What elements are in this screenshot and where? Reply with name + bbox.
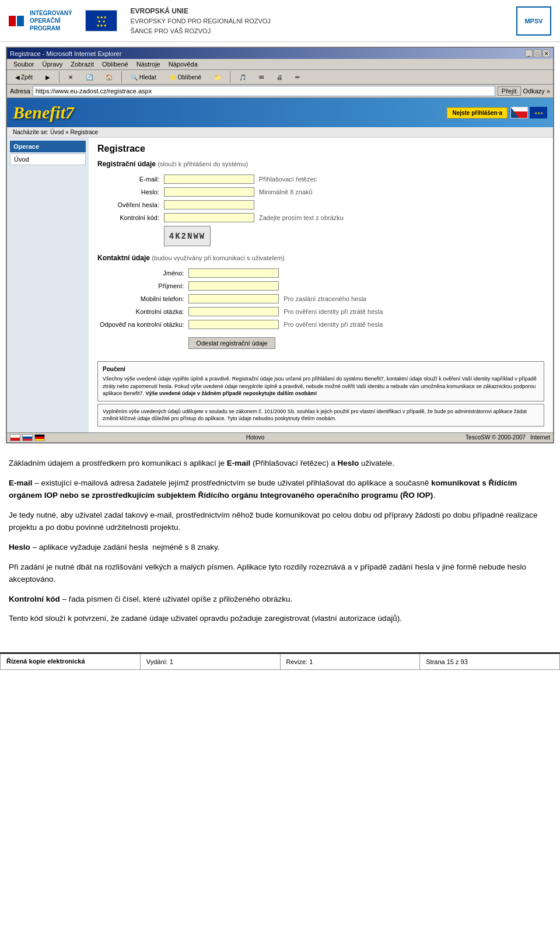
jmeno-input[interactable] [188,268,279,278]
email-input[interactable] [164,174,254,184]
menu-upravy[interactable]: Úpravy [38,60,66,68]
content-layout: Operace Úvod Registrace Registrační údaj… [7,138,553,432]
copyright-label: TescoSW © 2000-2007 [466,434,526,441]
heslo-input-cell [162,186,257,198]
iop-logo: INTEGROVANÝ OPERAČNÍ PROGRAM [9,9,72,32]
email-term2: E-mail [9,479,33,487]
minimize-button[interactable]: _ [525,50,533,57]
prijmeni-label: Příjmení: [97,280,186,292]
otazka-label: Kontrolní otázka: [97,305,186,318]
odpoved-input[interactable] [188,320,279,329]
browser-statusbar: Hotovo TescoSW © 2000-2007 Internet [7,432,553,442]
page-footer: Řízená kopie elektronická Vydání: 1 Revi… [0,652,560,670]
kontrolni-kod-term: Kontrolní kód [9,595,60,603]
footer-value-2: Vydání: 1 [146,658,173,665]
breadcrumb: Nacházíte se: Úvod » Registrace [7,127,553,138]
home-button[interactable]: 🏠 [100,72,118,82]
czech-flag[interactable] [10,434,20,441]
maximize-button[interactable]: □ [534,50,541,57]
page-title: Registrace [97,144,544,154]
benefit-logo: Benefit7 [13,103,74,123]
otazka-input[interactable] [188,307,279,316]
close-button[interactable]: ✕ [542,50,550,57]
heslo-input[interactable] [164,187,254,197]
submit-button[interactable]: Odeslat registrační údaje [188,337,275,349]
jmeno-label: Jméno: [97,267,186,280]
heslo-note: Minimálně 8 znaků [257,186,544,198]
browser-title: Registrace - Microsoft Internet Explorer [10,50,121,57]
media-button[interactable]: 🎵 [234,72,251,82]
body-paragraph-7: Tento kód slouží k potvrzení, že zadané … [9,612,551,625]
refresh-button[interactable]: 🔄 [80,72,98,82]
footer-label-1: Řízená kopie elektronická [6,658,134,665]
odpoved-note: Pro ověření identity při ztrátě hesla [281,318,544,331]
kaptcha-input[interactable] [164,213,254,222]
telefon-input[interactable] [188,294,279,303]
pouceni-section: Poučení Všechny výše uvedené údaje vyplň… [97,361,544,401]
legal-text-section: Vyplněním výše uvedených údajů udělujete… [97,404,544,427]
email-input-cell [162,173,257,186]
telefon-note: Pro zaslání ztraceného hesla [281,292,544,305]
forward-button[interactable]: ▶ [40,72,55,82]
footer-cell-2: Vydání: 1 [141,654,281,669]
overeni-label: Ověření hesla: [97,198,162,211]
favorites-button[interactable]: ⭐ Oblíbené [164,72,206,82]
browser-window: Registrace - Microsoft Internet Explorer… [6,47,554,443]
edit-button[interactable]: ✏ [290,72,305,82]
menu-zobrazit[interactable]: Zobrazit [67,60,97,68]
address-input[interactable] [33,86,495,96]
menu-nastroje[interactable]: Nástroje [133,60,164,68]
reg-section1-title: Registrační údaje (slouží k přihlášení d… [97,160,544,168]
table-row: E-mail: Přihlašovací řetězec [97,173,544,186]
kaptcha-input-cell [162,211,257,224]
jmeno-input-cell [186,267,281,280]
footer-inner: Řízená kopie elektronická Vydání: 1 Revi… [0,654,560,670]
eu-flag: ★★★★ ★★★★ [85,10,117,32]
status-right: TescoSW © 2000-2007 Internet [466,434,550,441]
menu-oblibene[interactable]: Oblíbené [99,60,132,68]
overeni-input[interactable] [164,200,254,209]
komunikovat-term: komunikovat s Řídícím orgánem IOP nebo s… [9,479,517,500]
table-row: Ověření hesla: [97,198,544,211]
german-flag[interactable] [34,434,45,441]
sidebar-item-uvod[interactable]: Úvod [10,153,86,165]
table-row: Odpověď na kontrolní otázku: Pro ověření… [97,318,544,331]
table-row: Jméno: [97,267,544,280]
window-controls: _ □ ✕ [525,50,550,57]
otazka-note: Pro ověření identity při ztrátě hesla [281,305,544,318]
otazka-input-cell [186,305,281,318]
pouceni-text: Všechny výše uvedené údaje vyplňte úplně… [103,375,539,397]
contact-form-table: Jméno: Příjmení: Mobilní [97,267,544,355]
table-row: Odeslat registrační údaje [97,331,544,355]
odpoved-label: Odpověď na kontrolní otázku: [97,318,186,331]
mpsv-logo: MPSV [516,6,551,36]
captcha-image: 4K2NWW [164,226,211,246]
sidebar-title: Operace [10,141,86,152]
sidebar: Operace Úvod [7,138,89,432]
iop-bar-blue [17,16,24,26]
search-button[interactable]: 🔍 Hledat [125,72,162,82]
email-note: Přihlašovací řetězec [257,173,544,186]
internet-zone: Internet [530,434,550,441]
email-label: E-mail: [97,173,162,186]
mail-button[interactable]: ✉ [254,72,269,82]
prijmeni-input-cell [186,280,281,292]
telefon-input-cell [186,292,281,305]
stop-button[interactable]: ✕ [63,72,78,82]
iop-logo-text: INTEGROVANÝ OPERAČNÍ PROGRAM [30,9,72,32]
prijmeni-input[interactable] [188,281,279,291]
footer-cell-1: Řízená kopie elektronická [1,654,141,669]
overeni-input-cell [162,198,257,211]
menu-napoveda[interactable]: Nápověda [165,60,201,68]
heslo-term: Heslo [338,459,359,467]
history-button[interactable]: 📁 [209,72,226,82]
table-row: Příjmení: [97,280,544,292]
footer-cell-4: Strana 15 z 93 [420,654,559,669]
menu-soubor[interactable]: Soubor [10,60,37,68]
go-button[interactable]: Přejít [498,86,521,96]
body-paragraph-2: E-mail – existující e-mailová adresa žad… [9,477,551,502]
back-button[interactable]: ◀ Zpět [10,72,38,82]
print-button[interactable]: 🖨 [271,72,288,82]
slovak-flag[interactable] [22,434,33,441]
browser-toolbar: ◀ Zpět ▶ ✕ 🔄 🏠 🔍 Hledat ⭐ Oblíbené 📁 🎵 ✉… [7,70,553,85]
